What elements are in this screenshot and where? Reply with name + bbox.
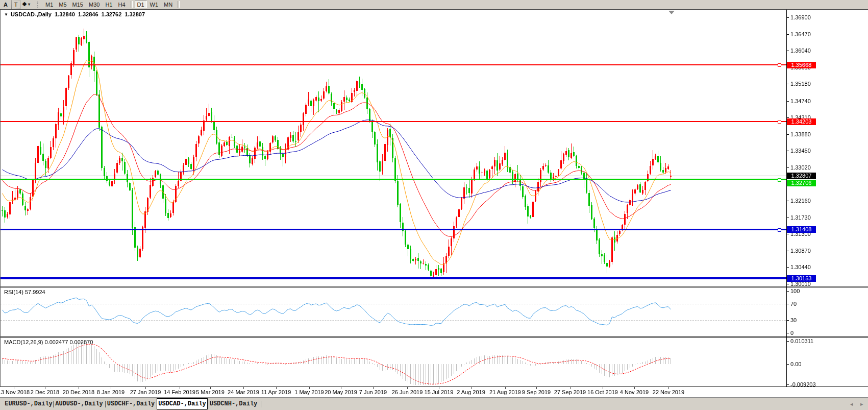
timeframe-button-d1[interactable]: D1 <box>135 1 147 8</box>
timeframe-button-mn[interactable]: MN <box>161 1 175 8</box>
price-tick-label: 1.31730 <box>790 214 811 221</box>
date-label: 11 Apr 2019 <box>261 389 291 395</box>
rsi-tick <box>786 291 789 292</box>
price-tick <box>786 151 789 151</box>
hline-price-label-support-upper: 1.31408 <box>787 226 816 233</box>
symbol-dropdown-icon[interactable]: ▼ <box>4 12 8 17</box>
date-label: 22 Nov 2019 <box>653 389 684 395</box>
ohlc-high: 1.32846 <box>78 11 98 17</box>
timeframe-button-h4[interactable]: H4 <box>115 1 128 8</box>
price-tick <box>786 251 789 251</box>
bid-price-label: 1.32807 <box>787 173 816 179</box>
hline-price-label-support-lower: 1.30153 <box>787 275 816 282</box>
window-left-border <box>0 10 1 387</box>
chart-shift-marker[interactable] <box>668 11 675 14</box>
panel-separator <box>0 336 868 336</box>
rsi-indicator-label: RSI(14) 57.9924 <box>4 289 45 295</box>
tab-separator <box>53 401 54 407</box>
macd-tick-label: 0.00 <box>790 361 801 367</box>
chart-title: ▼ USDCAD-,Daily 1.32840 1.32846 1.32762 … <box>4 11 145 17</box>
hline-price-label-pivot-green: 1.32706 <box>787 180 816 186</box>
date-label: 8 Jan 2019 <box>97 389 125 395</box>
panel-bottom-border <box>0 387 868 387</box>
macd-tick <box>786 341 789 342</box>
tab-scroll-right-icon[interactable]: ▸ <box>860 401 863 407</box>
price-tick <box>786 284 789 284</box>
date-label: 16 Oct 2019 <box>587 389 618 395</box>
price-tick <box>786 51 789 51</box>
tab-separator <box>105 401 106 407</box>
date-label: 15 Jul 2019 <box>425 389 454 395</box>
hline-handle-resistance-upper[interactable] <box>778 63 781 67</box>
letter-a-tool-button[interactable]: A <box>2 1 10 8</box>
timeframe-button-h1[interactable]: H1 <box>103 1 115 8</box>
price-tick <box>786 201 789 201</box>
toolbar: A T ❖ ▾ M1M5M15M30H1H4D1W1MN <box>0 0 868 9</box>
arrow-objects-icon: ❖ <box>22 1 27 8</box>
toolbar-grip[interactable] <box>37 2 40 8</box>
date-label: 14 Feb 2019 <box>164 389 195 395</box>
timeframe-button-m15[interactable]: M15 <box>70 1 86 8</box>
macd-tick <box>786 384 789 385</box>
timeframe-button-w1[interactable]: W1 <box>147 1 161 8</box>
timeframe-button-m30[interactable]: M30 <box>86 1 102 8</box>
price-tick-label: 1.30870 <box>790 248 811 254</box>
date-label: 27 Sep 2019 <box>554 389 586 395</box>
window-top-border <box>0 9 868 10</box>
timeframe-button-m1[interactable]: M1 <box>43 1 56 8</box>
price-tick-label: 1.32160 <box>790 198 811 204</box>
price-tick <box>786 218 789 218</box>
macd-tick-label: 0.010311 <box>790 338 813 344</box>
price-tick <box>786 167 789 168</box>
date-label: 2 Aug 2019 <box>457 389 485 395</box>
hline-pivot-green[interactable] <box>0 179 786 180</box>
tab-separator <box>261 401 261 407</box>
tab-scroll-left-icon[interactable]: ◂ <box>850 401 853 407</box>
date-label: 20 Dec 2018 <box>63 389 94 395</box>
symbol-tab-usdchf[interactable]: USDCHF-,Daily <box>107 400 155 408</box>
date-label: 1 May 2019 <box>294 389 324 395</box>
mt4-terminal: { "toolbar": { "tool_a": "A", "tool_text… <box>0 0 868 410</box>
ohlc-close: 1.32807 <box>125 11 145 17</box>
price-tick-label: 1.30440 <box>790 264 811 270</box>
hline-resistance-lower[interactable] <box>0 121 786 122</box>
price-tick <box>786 34 789 35</box>
arrow-objects-dropdown[interactable]: ❖ ▾ <box>22 1 30 8</box>
price-chart-canvas[interactable] <box>0 0 868 410</box>
macd-indicator-label: MACD(12,26,9) 0.002477 0.002870 <box>4 339 93 345</box>
panel-separator <box>0 286 868 286</box>
rsi-tick <box>786 304 789 304</box>
toolbar-separator <box>131 1 133 8</box>
price-tick-label: 1.36470 <box>790 31 811 37</box>
hline-handle-pivot-green[interactable] <box>778 178 781 182</box>
date-label: 21 Aug 2019 <box>489 389 521 395</box>
rsi-tick-label: 100 <box>790 288 800 294</box>
chevron-down-icon: ▾ <box>28 2 30 7</box>
hline-resistance-upper[interactable] <box>0 64 786 65</box>
price-tick <box>786 234 789 234</box>
price-tick-label: 1.36900 <box>790 14 811 20</box>
price-tick-label: 1.33880 <box>790 131 811 137</box>
symbol-tab-eurusd[interactable]: EURUSD-,Daily <box>4 400 53 408</box>
hline-handle-resistance-lower[interactable] <box>778 120 781 124</box>
hline-price-label-resistance-lower: 1.34203 <box>787 118 816 125</box>
price-tick <box>786 134 789 135</box>
timeframe-button-group: M1M5M15M30H1H4D1W1MN <box>43 0 182 9</box>
symbol-tab-usdcad[interactable]: USDCAD-,Daily <box>157 398 208 409</box>
text-tool-button[interactable]: T <box>11 1 20 9</box>
hline-handle-support-upper[interactable] <box>778 228 781 232</box>
symbol-tab-usdcnh[interactable]: USDCNH-,Daily <box>209 400 258 408</box>
rsi-tick-label: 70 <box>790 301 797 307</box>
price-tick <box>786 267 789 268</box>
hline-support-upper[interactable] <box>0 229 786 230</box>
timeframe-button-m5[interactable]: M5 <box>56 1 69 8</box>
symbol-tab-audusd[interactable]: AUDUSD-,Daily <box>55 400 104 408</box>
hline-support-lower[interactable] <box>0 277 786 279</box>
date-label: 9 Sep 2019 <box>522 389 551 395</box>
price-tick-label: 1.33450 <box>790 148 811 154</box>
rsi-tick-label: 0 <box>790 330 793 336</box>
toolbar-separator <box>178 1 180 8</box>
ohlc-open: 1.32840 <box>55 11 75 17</box>
date-label: 5 Mar 2019 <box>196 389 225 395</box>
chart-symbol-label: USDCAD-,Daily <box>11 11 52 17</box>
